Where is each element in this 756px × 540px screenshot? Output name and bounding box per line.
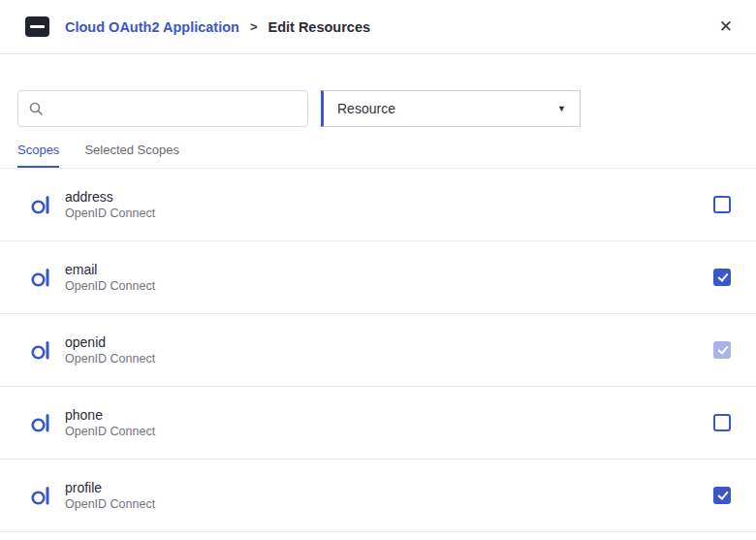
openid-connect-icon bbox=[29, 484, 52, 507]
scope-text: phone OpenID Connect bbox=[65, 407, 155, 438]
scope-text: email OpenID Connect bbox=[65, 262, 155, 293]
resource-dropdown-value: Resource bbox=[337, 101, 395, 116]
scope-type: OpenID Connect bbox=[65, 279, 155, 293]
scope-checkbox bbox=[713, 341, 731, 359]
modal-header: Cloud OAuth2 Application > Edit Resource… bbox=[0, 0, 756, 54]
scope-type: OpenID Connect bbox=[65, 352, 155, 365]
search-box[interactable] bbox=[17, 90, 308, 127]
scope-text: openid OpenID Connect bbox=[65, 334, 155, 365]
scope-name: openid bbox=[65, 334, 155, 350]
openid-connect-icon bbox=[29, 411, 52, 434]
openid-connect-icon bbox=[29, 193, 52, 216]
resource-dropdown[interactable]: Resource ▼ bbox=[321, 90, 581, 127]
chevron-down-icon: ▼ bbox=[557, 104, 566, 113]
openid-connect-icon bbox=[29, 338, 52, 362]
scope-name: address bbox=[65, 189, 155, 205]
scope-type: OpenID Connect bbox=[65, 206, 155, 220]
scope-name: phone bbox=[65, 407, 155, 423]
tab-selected-scopes[interactable]: Selected Scopes bbox=[84, 143, 179, 168]
scope-type: OpenID Connect bbox=[65, 497, 155, 511]
breadcrumb-app-link[interactable]: Cloud OAuth2 Application bbox=[65, 19, 239, 35]
search-icon bbox=[28, 101, 44, 116]
page-title: Edit Resources bbox=[268, 19, 370, 35]
scope-text: address OpenID Connect bbox=[65, 189, 155, 220]
list-item: openid OpenID Connect bbox=[0, 314, 756, 387]
scope-name: email bbox=[65, 262, 155, 277]
openid-connect-icon bbox=[29, 266, 52, 289]
scope-text: profile OpenID Connect bbox=[65, 480, 155, 511]
tab-scopes[interactable]: Scopes bbox=[17, 143, 59, 168]
list-item: email OpenID Connect bbox=[0, 241, 756, 314]
list-item: address OpenID Connect bbox=[0, 169, 756, 241]
scope-checkbox[interactable] bbox=[713, 414, 731, 431]
tab-bar: Scopes Selected Scopes bbox=[0, 127, 756, 168]
search-input[interactable] bbox=[51, 101, 298, 116]
scope-type: OpenID Connect bbox=[65, 425, 155, 438]
list-item: phone OpenID Connect bbox=[0, 387, 756, 460]
scope-list: address OpenID Connect email OpenID Conn… bbox=[0, 168, 756, 532]
scope-checkbox[interactable] bbox=[713, 269, 731, 286]
close-icon[interactable]: ✕ bbox=[719, 18, 733, 35]
list-item: profile OpenID Connect bbox=[0, 460, 756, 532]
breadcrumb-separator-icon: > bbox=[250, 19, 258, 34]
scope-checkbox[interactable] bbox=[713, 487, 731, 504]
application-icon bbox=[25, 16, 49, 37]
scope-checkbox[interactable] bbox=[713, 196, 731, 213]
scope-name: profile bbox=[65, 480, 155, 495]
filter-bar: Resource ▼ bbox=[0, 54, 756, 127]
